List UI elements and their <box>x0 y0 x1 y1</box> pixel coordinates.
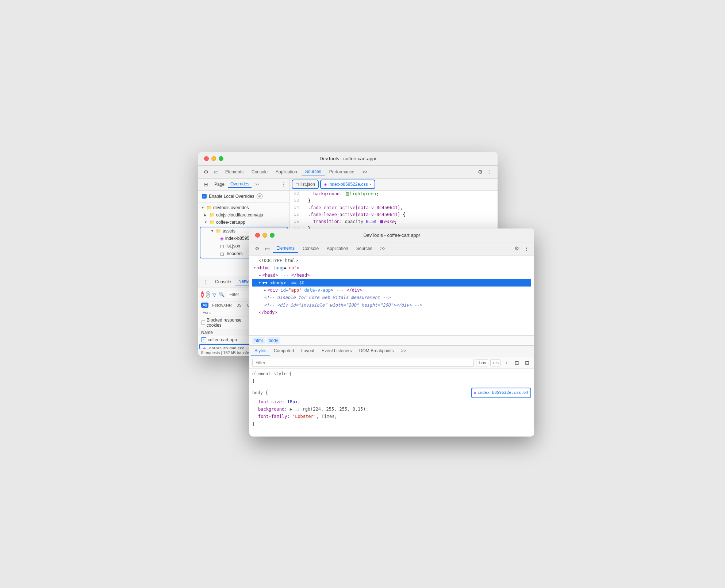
front-close-button[interactable] <box>255 233 260 238</box>
clear-button[interactable]: ⊘ <box>206 291 210 298</box>
html-body-close-text: </body> <box>259 309 277 316</box>
tab-more[interactable]: >> <box>359 168 371 176</box>
html-div-app[interactable]: ▶ <div id="app" data-v-app> ··· </div> <box>252 287 531 294</box>
cls-button[interactable]: .cls <box>490 359 500 366</box>
front-inspect-icon[interactable]: ⚙ <box>252 244 262 253</box>
html-collapse-arrow[interactable]: ▶ <box>259 273 261 278</box>
tree-item-coffeecart[interactable]: ▼ 📁 coffee-cart.app <box>198 219 289 226</box>
html-body-tag[interactable]: ▼ ▼▼ <body> == $0 <box>252 279 531 287</box>
breadcrumb-html[interactable]: html <box>252 337 265 344</box>
device-icon[interactable]: ▭ <box>211 167 221 177</box>
hov-button[interactable]: :hov <box>476 359 488 366</box>
styles-content: element.style { } body { ◈ index-b85952 <box>249 369 534 437</box>
front-tab-console[interactable]: Console <box>299 245 322 253</box>
html-doctype-text: <!DOCTYPE html> <box>258 257 298 264</box>
record-button[interactable]: ● <box>201 291 204 298</box>
line-content: transition: opacity 0.5s ease; <box>303 218 498 225</box>
front-tab-more[interactable]: >> <box>377 245 389 253</box>
styles-tab-more[interactable]: >> <box>398 347 410 356</box>
source-tabs: ◻ list.json ◈ index-b859522e.css × <box>289 179 498 191</box>
selector-text: element.style { <box>252 371 292 376</box>
body-prop-fontsize: font-size: 18px; <box>252 398 531 406</box>
html-head-tag[interactable]: ▶ <head> ··· </head> <box>252 272 531 279</box>
inspect-icon[interactable]: ⚙ <box>201 167 211 177</box>
tab-application[interactable]: Application <box>272 168 301 176</box>
source-link-text: index-b859522e.css:64 <box>477 389 528 396</box>
styles-tab-layout[interactable]: Layout <box>298 347 318 356</box>
bottom-dots-icon[interactable]: ⋮ <box>201 277 211 287</box>
tree-item-devtools-overrides[interactable]: ▼ 📁 devtools overrides <box>198 204 289 211</box>
source-link[interactable]: ◈ index-b859522e.css:64 <box>471 388 531 398</box>
folder-icon: 📁 <box>209 212 215 218</box>
json-tab-icon: ◻ <box>295 182 299 187</box>
html-collapse-arrow[interactable]: ▶ <box>264 288 266 293</box>
tab-close-icon[interactable]: × <box>369 182 371 187</box>
filter-font[interactable]: Font <box>201 310 212 315</box>
more-options-icon[interactable]: ⋮ <box>485 167 495 177</box>
body-prop-fontfamily: font-family: 'Lobster', Times; <box>252 413 531 420</box>
line-content: background: lightgreen; <box>303 191 498 197</box>
front-device-icon[interactable]: ▭ <box>262 244 272 253</box>
html-body-close[interactable]: </body> <box>252 309 531 316</box>
back-maximize-button[interactable] <box>219 156 223 161</box>
body-rule: body { ◈ index-b859522e.css:64 font-size… <box>252 388 531 428</box>
tab-list-json[interactable]: ◻ list.json <box>292 180 319 189</box>
json-file-icon: ◻ <box>220 243 224 249</box>
front-tab-application[interactable]: Application <box>323 245 352 253</box>
html-collapse-arrow[interactable]: ▼ <box>259 280 261 285</box>
tree-item-cdnjs[interactable]: ▶ 📁 cdnjs.cloudflare.com/aja <box>198 211 289 219</box>
overrides-checkbox[interactable]: ✓ <box>202 194 207 199</box>
tab-elements[interactable]: Elements <box>222 168 247 176</box>
styles-tab-computed[interactable]: Computed <box>270 347 298 356</box>
back-close-button[interactable] <box>204 156 209 161</box>
panel-more-button[interactable]: ⋮ <box>281 181 286 187</box>
styles-tab-events[interactable]: Event Listeners <box>318 347 356 356</box>
toggle-sidebar-icon[interactable]: ⊟ <box>201 180 211 189</box>
front-minimize-button[interactable] <box>262 233 267 238</box>
styles-tab-styles[interactable]: Styles <box>251 347 270 356</box>
back-minimize-button[interactable] <box>211 156 216 161</box>
tab-more-left[interactable]: >> <box>253 181 261 187</box>
filter-fetch[interactable]: Fetch/XHR <box>211 303 233 308</box>
tab-overrides[interactable]: Overrides <box>228 181 252 188</box>
filter-all[interactable]: All <box>201 303 208 308</box>
filter-icon[interactable]: ▽ <box>212 292 216 297</box>
filter-js[interactable]: JS <box>235 303 243 308</box>
front-more-options-icon[interactable]: ⋮ <box>522 244 531 253</box>
blocked-cookies-checkbox[interactable] <box>201 320 205 325</box>
html-body-text: ▼▼ <body> == $0 <box>262 279 304 287</box>
line-number: 53 <box>289 197 303 204</box>
front-tab-elements[interactable]: Elements <box>273 244 298 253</box>
tab-sources[interactable]: Sources <box>302 168 325 176</box>
bg-arrow: ▶ <box>290 407 295 412</box>
tab-console[interactable]: Console <box>248 168 271 176</box>
front-maximize-button[interactable] <box>270 233 275 238</box>
html-comment-2: <!-- <div id="invisible" width="200" hei… <box>252 301 531 309</box>
tab-performance[interactable]: Performance <box>326 168 358 176</box>
styles-tab-dom[interactable]: DOM Breakpoints <box>356 347 398 356</box>
tab-console-bottom[interactable]: Console <box>212 278 234 285</box>
cancel-overrides-button[interactable]: ⊘ <box>257 193 262 199</box>
tab-page[interactable]: Page <box>212 181 227 188</box>
add-style-icon[interactable]: + <box>503 359 511 367</box>
copy-style-icon[interactable]: ⊡ <box>513 359 521 367</box>
line-number: 54 <box>289 204 303 211</box>
html-doctype[interactable]: <!DOCTYPE html> <box>252 257 531 264</box>
front-tab-sources[interactable]: Sources <box>353 245 376 253</box>
back-traffic-lights <box>204 156 223 161</box>
back-window-title: DevTools - coffee-cart.app/ <box>319 156 376 161</box>
styles-toolbar: :hov .cls + ⊡ ⊟ <box>249 357 534 369</box>
layout-icon[interactable]: ⊟ <box>523 359 531 367</box>
front-body: <!DOCTYPE html> ▶ <html lang="en"> ▶ <he… <box>249 255 534 437</box>
html-collapse-arrow[interactable]: ▶ <box>254 265 256 270</box>
tab-index-css[interactable]: ◈ index-b859522e.css × <box>320 180 375 189</box>
html-html-tag[interactable]: ▶ <html lang="en"> <box>252 264 531 272</box>
styles-filter-input[interactable] <box>252 359 474 367</box>
styles-tabs: Styles Computed Layout Event Listeners D… <box>249 346 534 357</box>
css-tab-icon: ◈ <box>324 182 327 187</box>
search-icon[interactable]: 🔍 <box>219 292 225 297</box>
breadcrumb-body[interactable]: body <box>266 337 280 344</box>
front-settings-icon[interactable]: ⚙ <box>512 244 521 253</box>
element-style-rule: element.style { } <box>252 370 531 385</box>
settings-icon[interactable]: ⚙ <box>476 168 484 176</box>
